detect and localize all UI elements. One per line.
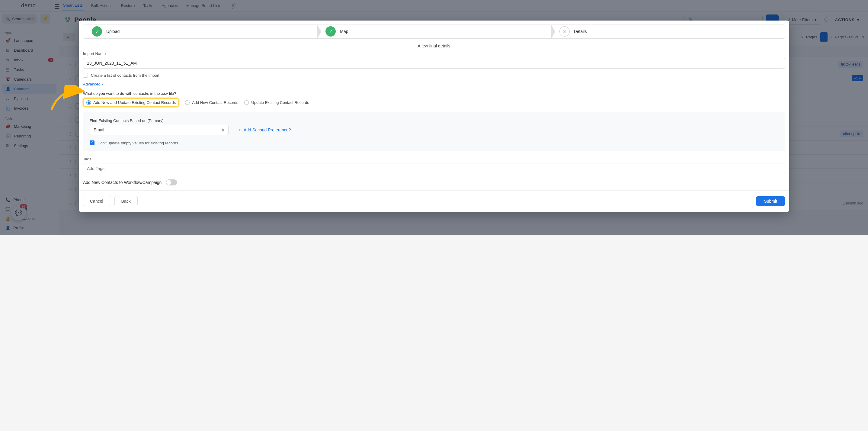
tags-input[interactable] (83, 163, 785, 174)
workflow-label: Add New Contacts to Workflow/Campaign (83, 180, 161, 185)
question-label: What do you want to do with contact/s in… (83, 91, 785, 96)
modal-subtitle: A few final details (83, 43, 785, 48)
radio-icon[interactable] (185, 100, 190, 105)
radio-icon[interactable] (244, 100, 249, 105)
checkbox-icon[interactable] (83, 73, 88, 78)
find-existing-label: Find Existing Contacts Based on (Primary… (90, 118, 778, 123)
step-upload: ✓ Upload (83, 25, 317, 38)
add-pref-label: Add Second Preference? (244, 127, 291, 132)
step-label: Map (340, 29, 348, 34)
plus-icon: ＋ (238, 127, 242, 132)
step-number: 3 (559, 26, 570, 36)
radio-label: Update Existing Contact Records (251, 100, 309, 105)
step-details: 3 Details (551, 25, 785, 38)
radio-group: Add New and Update Existing Contact Reco… (83, 98, 785, 107)
workflow-toggle[interactable] (166, 179, 177, 185)
dont-update-label: Don't update empty values for existing r… (97, 141, 178, 145)
workflow-toggle-row: Add New Contacts to Workflow/Campaign (83, 179, 785, 185)
radio-icon[interactable] (86, 100, 91, 105)
add-second-preference-link[interactable]: ＋ Add Second Preference? (238, 127, 291, 132)
modal-footer: Cancel Back Submit (79, 190, 789, 212)
find-existing-panel: Find Existing Contacts Based on (Primary… (83, 112, 785, 151)
step-label: Details (574, 29, 587, 34)
cancel-button[interactable]: Cancel (83, 196, 110, 206)
radio-update-existing[interactable]: Update Existing Contact Records (244, 100, 309, 105)
primary-field-select[interactable]: Email ▲▼ (90, 125, 228, 135)
select-value: Email (94, 127, 104, 132)
tags-label: Tags (83, 157, 785, 161)
chevron-right-icon: › (102, 82, 103, 86)
updown-icon: ▲▼ (221, 128, 225, 132)
import-name-label: Import Name (83, 51, 785, 56)
advanced-label: Advanced (83, 82, 100, 86)
create-list-checkbox-row[interactable]: Create a list of contacts from the impor… (83, 73, 785, 78)
step-label: Upload (106, 29, 120, 34)
check-icon: ✓ (92, 26, 102, 36)
back-button[interactable]: Back (115, 196, 138, 206)
advanced-toggle[interactable]: Advanced › (83, 82, 785, 86)
radio-label: Add New Contact Records (192, 100, 238, 105)
step-map: ✓ Map (317, 25, 551, 38)
checkbox-icon[interactable] (90, 141, 94, 145)
radio-label: Add New and Update Existing Contact Reco… (93, 100, 176, 105)
create-list-label: Create a list of contacts from the impor… (91, 73, 159, 78)
import-modal: ✓ Upload ✓ Map 3 Details A few final det… (79, 21, 789, 212)
radio-add-and-update[interactable]: Add New and Update Existing Contact Reco… (86, 100, 176, 105)
check-icon: ✓ (326, 26, 336, 36)
stepper: ✓ Upload ✓ Map 3 Details (83, 24, 785, 39)
submit-button[interactable]: Submit (756, 196, 785, 206)
radio-add-new[interactable]: Add New Contact Records (185, 100, 238, 105)
dont-update-checkbox-row[interactable]: Don't update empty values for existing r… (90, 141, 778, 145)
import-name-input[interactable] (83, 58, 785, 68)
